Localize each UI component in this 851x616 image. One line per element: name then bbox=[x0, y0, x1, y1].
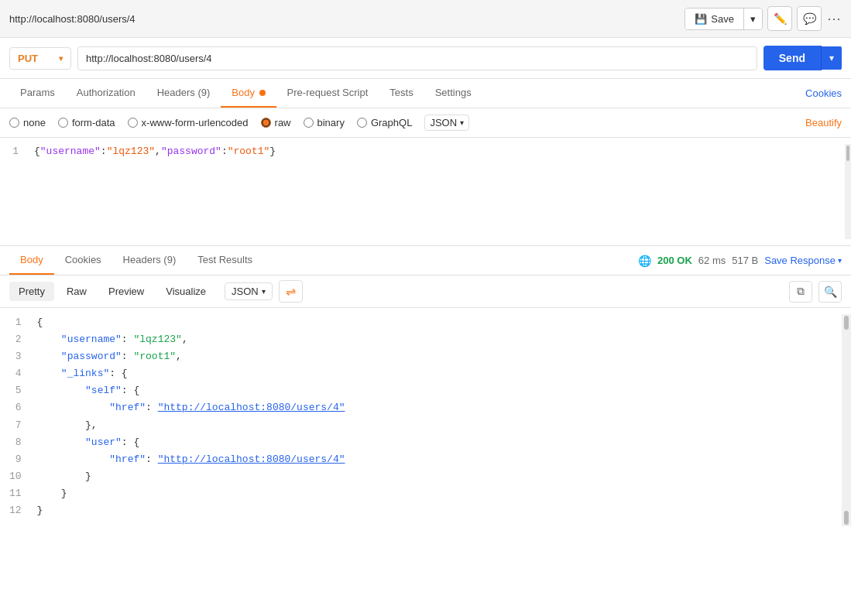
response-tab-test-results[interactable]: Test Results bbox=[187, 246, 263, 275]
header-bar: http://localhost:8080/users/4 💾 Save ▾ ✏… bbox=[0, 0, 851, 38]
send-dropdown-button[interactable]: ▾ bbox=[822, 46, 842, 70]
body-options-bar: none form-data x-www-form-urlencoded raw… bbox=[0, 108, 851, 138]
cookies-link[interactable]: Cookies bbox=[805, 80, 842, 107]
resp-line-9: "href": "http://localhost:8080/users/4" bbox=[37, 451, 836, 468]
format-chevron-icon: ▾ bbox=[460, 118, 464, 127]
method-dropdown[interactable]: PUT ▾ bbox=[9, 47, 71, 70]
save-icon: 💾 bbox=[695, 13, 707, 25]
response-meta: 🌐 200 OK 62 ms 517 B Save Response ▾ bbox=[638, 255, 842, 267]
tab-prerequest[interactable]: Pre-request Script bbox=[276, 79, 379, 108]
page-title: http://localhost:8080/users/4 bbox=[9, 13, 678, 25]
response-format-chevron-icon: ▾ bbox=[262, 287, 266, 296]
response-tab-bar: Body Cookies Headers (9) Test Results 🌐 … bbox=[0, 246, 851, 275]
status-code: 200 OK bbox=[657, 255, 692, 266]
resp-line-4: "_links": { bbox=[37, 365, 836, 382]
tab-tests[interactable]: Tests bbox=[379, 79, 424, 108]
copy-button[interactable]: ⧉ bbox=[789, 281, 812, 303]
request-bar: PUT ▾ Send ▾ bbox=[0, 38, 851, 79]
tab-headers[interactable]: Headers (9) bbox=[146, 79, 221, 108]
send-button-group: Send ▾ bbox=[763, 46, 842, 70]
comment-icon-button[interactable]: 💬 bbox=[797, 6, 822, 31]
response-view-bar: Pretty Raw Preview Visualize JSON ▾ ⇌ ⧉ … bbox=[0, 275, 851, 308]
save-button-group: 💾 Save ▾ bbox=[685, 8, 763, 30]
globe-icon: 🌐 bbox=[638, 255, 651, 267]
response-code-content: { "username": "lqz123", "password": "roo… bbox=[31, 314, 842, 526]
response-tab-body[interactable]: Body bbox=[9, 246, 54, 275]
save-response-chevron-icon: ▾ bbox=[838, 256, 842, 265]
view-tab-raw[interactable]: Raw bbox=[57, 282, 96, 301]
tab-body[interactable]: Body bbox=[221, 79, 276, 108]
resp-line-5: "self": { bbox=[37, 382, 836, 399]
comment-icon: 💬 bbox=[803, 12, 816, 25]
save-dropdown-button[interactable]: ▾ bbox=[744, 9, 762, 29]
editor-scrollbar-thumb bbox=[846, 145, 849, 161]
tab-authorization[interactable]: Authorization bbox=[66, 79, 146, 108]
response-line-numbers: 123456789101112 bbox=[0, 314, 31, 526]
beautify-button[interactable]: Beautify bbox=[805, 117, 842, 128]
resp-line-1: { bbox=[37, 314, 836, 331]
response-scrollbar-thumb-bottom bbox=[844, 511, 849, 525]
resp-line-8: "user": { bbox=[37, 434, 836, 451]
option-raw[interactable]: raw bbox=[261, 117, 291, 128]
format-select[interactable]: JSON ▾ bbox=[424, 115, 469, 131]
chevron-down-icon: ▾ bbox=[750, 13, 756, 25]
response-area: Body Cookies Headers (9) Test Results 🌐 … bbox=[0, 246, 851, 532]
request-body-editor[interactable]: 1 {"username":"lqz123","password":"root1… bbox=[0, 138, 851, 246]
tab-settings[interactable]: Settings bbox=[424, 79, 482, 108]
editor-scrollbar[interactable] bbox=[845, 144, 851, 239]
body-active-dot bbox=[259, 90, 266, 96]
search-icon: 🔍 bbox=[824, 286, 837, 298]
response-tab-headers[interactable]: Headers (9) bbox=[112, 246, 187, 275]
request-body-content[interactable]: {"username":"lqz123","password":"root1"} bbox=[28, 144, 845, 239]
response-time: 62 ms bbox=[698, 255, 726, 266]
response-body-content: 123456789101112 { "username": "lqz123", … bbox=[0, 308, 851, 532]
method-label: PUT bbox=[18, 53, 38, 64]
method-chevron-icon: ▾ bbox=[59, 54, 63, 63]
pencil-icon: ✏️ bbox=[774, 12, 787, 25]
resp-line-7: }, bbox=[37, 417, 836, 434]
resp-line-2: "username": "lqz123", bbox=[37, 331, 836, 348]
option-binary[interactable]: binary bbox=[304, 117, 345, 128]
option-none[interactable]: none bbox=[9, 117, 46, 128]
option-graphql[interactable]: GraphQL bbox=[357, 117, 412, 128]
tab-params[interactable]: Params bbox=[9, 79, 66, 108]
search-button[interactable]: 🔍 bbox=[818, 281, 842, 303]
response-tab-cookies[interactable]: Cookies bbox=[54, 246, 112, 275]
resp-line-10: } bbox=[37, 468, 836, 485]
view-tab-pretty[interactable]: Pretty bbox=[9, 282, 54, 301]
edit-icon-button[interactable]: ✏️ bbox=[767, 6, 792, 31]
option-form-data[interactable]: form-data bbox=[58, 117, 115, 128]
more-options-button[interactable]: ⋯ bbox=[826, 6, 842, 31]
resp-line-6: "href": "http://localhost:8080/users/4" bbox=[37, 399, 836, 416]
response-scrollbar[interactable] bbox=[842, 314, 851, 526]
response-format-select[interactable]: JSON ▾ bbox=[225, 282, 273, 300]
view-tab-visualize[interactable]: Visualize bbox=[156, 282, 215, 301]
save-button[interactable]: 💾 Save bbox=[685, 9, 744, 29]
save-response-button[interactable]: Save Response ▾ bbox=[764, 255, 842, 266]
url-input[interactable] bbox=[77, 46, 757, 70]
request-tab-bar: Params Authorization Headers (9) Body Pr… bbox=[0, 79, 851, 108]
resp-line-12: } bbox=[37, 502, 836, 519]
copy-icon: ⧉ bbox=[797, 285, 805, 298]
header-actions: 💾 Save ▾ ✏️ 💬 ⋯ bbox=[685, 6, 842, 31]
option-urlencoded[interactable]: x-www-form-urlencoded bbox=[128, 117, 249, 128]
response-scrollbar-thumb-top bbox=[844, 316, 849, 330]
resp-line-3: "password": "root1", bbox=[37, 348, 836, 365]
send-button[interactable]: Send bbox=[763, 46, 822, 70]
view-tab-preview[interactable]: Preview bbox=[99, 282, 153, 301]
response-size: 517 B bbox=[732, 255, 758, 266]
wrap-button[interactable]: ⇌ bbox=[279, 280, 303, 303]
line-numbers: 1 bbox=[0, 144, 28, 239]
send-chevron-icon: ▾ bbox=[829, 53, 834, 63]
resp-line-11: } bbox=[37, 485, 836, 502]
